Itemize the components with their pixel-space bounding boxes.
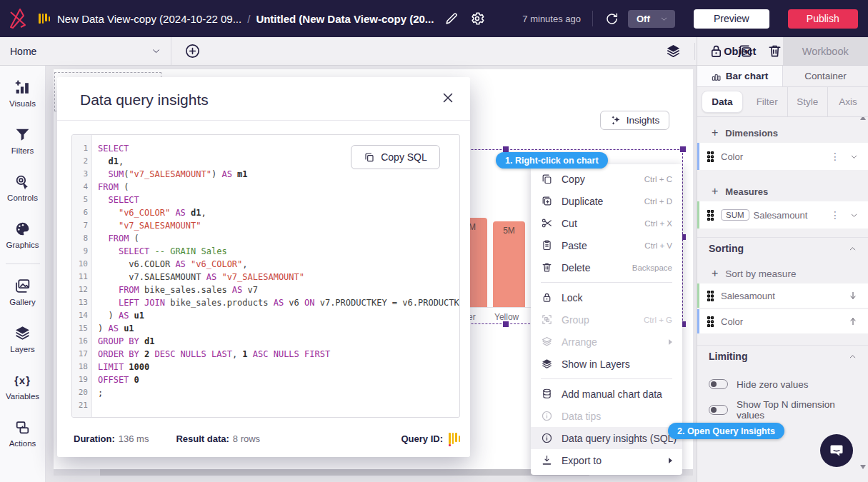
tab-data[interactable]: Data [702,91,743,113]
arrow-up-icon[interactable] [848,316,858,326]
rename-pencil-icon[interactable] [444,11,459,26]
limiting-header[interactable]: Limiting [697,346,868,367]
menu-item-paste[interactable]: PasteCtrl + V [531,234,682,256]
arrow-down-icon[interactable] [848,291,858,301]
menu-item-lock[interactable]: Lock [531,286,682,308]
menu-item-duplicate[interactable]: DuplicateCtrl + D [531,190,682,212]
line-number: 11 [72,271,88,283]
limiting-title: Limiting [709,351,747,362]
sql-line: v7.SALESAMOUNT AS "v7_SALESAMOUNT" [98,271,459,283]
menu-item-label: Arrange [562,336,660,348]
dimension-row-color[interactable]: Color⋮ [697,143,868,170]
panel-scroll-up-icon[interactable] [860,117,866,120]
close-icon[interactable] [440,90,456,106]
kebab-menu-icon[interactable]: ⋮ [830,209,840,221]
context-menu: CopyCtrl + CDuplicateCtrl + DCutCtrl + X… [531,164,682,475]
dimension-label: Color [721,151,830,162]
sorting-header[interactable]: Sorting [697,238,868,259]
menu-item-copy[interactable]: CopyCtrl + C [531,168,682,190]
sort-row-color[interactable]: Color [697,309,868,333]
menu-item-export-to[interactable]: Export to [531,449,682,471]
toggle-switch[interactable] [709,379,728,389]
drag-handle[interactable] [707,151,714,162]
tab-object[interactable]: Object [697,37,783,65]
panel-scroll-down-icon[interactable] [860,465,866,469]
selection-handle[interactable] [680,146,686,152]
layers-toolbar-icon[interactable] [665,43,682,59]
panel-subtabs: Data Filter Style Axis [697,87,868,117]
insights-button[interactable]: Insights [600,111,669,130]
sidebar-item-filters[interactable]: Filters [11,126,34,155]
menu-item-cut[interactable]: CutCtrl + X [531,212,682,234]
breadcrumb-current[interactable]: Untitled (New Data View-copy (20... [256,13,434,25]
scrollbar-thumb[interactable] [100,469,589,476]
publish-button[interactable]: Publish [788,9,858,29]
tab-bar-chart[interactable]: Bar chart [697,66,783,86]
add-page-icon[interactable] [184,43,201,59]
menu-item-data-query-insights-sql[interactable]: Data query insights (SQL) [531,427,682,449]
menu-item-add-manual-chart-data[interactable]: Add manual chart data [531,383,682,405]
tab-workbook[interactable]: Workbook [783,37,868,65]
refresh-icon[interactable] [604,11,619,26]
sidebar-item-label: Actions [9,439,36,448]
trash-icon [541,261,553,273]
drag-handle[interactable] [707,316,714,327]
submenu-arrow-icon [669,458,672,463]
sidebar-item-visuals[interactable]: Visuals [9,79,36,108]
menu-item-data-tips: Data tips [531,405,682,427]
measure-row-salesamount[interactable]: SUMSalesamount⋮ [697,201,868,229]
sidebar-item-controls[interactable]: Controls [7,173,38,202]
chevron-down-icon [151,46,161,56]
sidebar-item-layers[interactable]: Layers [10,324,35,353]
insights-button-label: Insights [627,115,660,126]
filters-icon [14,126,31,144]
menu-item-label: Delete [562,262,624,273]
breadcrumb-separator: / [247,13,250,25]
right-properties-panel: Bar chart Container Data Filter Style Ax… [697,66,868,482]
database-icon [541,388,553,400]
menu-item-delete[interactable]: DeleteBackspace [531,256,682,278]
preview-button[interactable]: Preview [694,9,769,29]
tab-axis[interactable]: Axis [828,87,868,116]
kebab-menu-icon[interactable]: ⋮ [830,151,840,162]
sidebar-item-gallery[interactable]: Gallery [9,277,35,306]
drag-handle[interactable] [707,210,714,221]
sort-row-salesamount[interactable]: Salesamount [697,283,868,308]
add-dimensions-label: Dimensions [725,128,778,139]
aggregation-chip[interactable]: SUM [721,209,749,221]
copy-sql-button[interactable]: Copy SQL [351,145,440,169]
sidebar-item-variables[interactable]: {x}Variables [6,371,39,401]
tab-filter[interactable]: Filter [747,87,788,116]
chat-fab-button[interactable] [820,434,853,467]
line-number: 16 [72,335,88,348]
sidebar-item-graphics[interactable]: Graphics [6,220,39,249]
breadcrumb-parent[interactable]: New Data View-copy (2024-10-22 09... [57,13,241,25]
add-dimensions-button[interactable]: + Dimensions [697,123,868,143]
sidebar-item-label: Controls [7,194,38,202]
chevron-down-icon[interactable] [850,153,858,161]
sql-line: ORDER BY 2 DESC NULLS LAST, 1 ASC NULLS … [98,348,459,361]
autosave-dropdown[interactable]: Off [628,10,675,28]
menu-item-label: Duplicate [562,196,636,207]
dataset-icon [39,14,50,24]
add-measures-label: Measures [725,186,768,197]
menu-item-label: Data query insights (SQL) [562,433,677,444]
sidebar-item-actions[interactable]: Actions [9,418,36,448]
tab-style[interactable]: Style [788,87,829,116]
toggle-switch[interactable] [709,405,728,415]
add-sort-by-measure-button[interactable]: + Sort by measure [697,263,868,283]
menu-item-show-in-layers[interactable]: Show in Layers [531,353,682,375]
panel-content: + Dimensions Color⋮ + Measures SUMSalesa… [697,117,868,475]
chevron-down-icon[interactable] [850,211,858,219]
menu-divider [541,282,672,283]
add-measures-button[interactable]: + Measures [697,181,868,201]
selection-handle[interactable] [503,146,509,152]
settings-gear-icon[interactable] [469,11,485,26]
selection-handle[interactable] [503,321,509,327]
sort-by-measure-label: Sort by measure [725,268,796,279]
drag-handle[interactable] [707,291,714,301]
page-selector[interactable]: Home [0,37,171,65]
bar-yellow[interactable]: 5M [493,221,525,307]
result-data-label: Result data: [176,433,229,444]
tab-container[interactable]: Container [783,66,868,86]
